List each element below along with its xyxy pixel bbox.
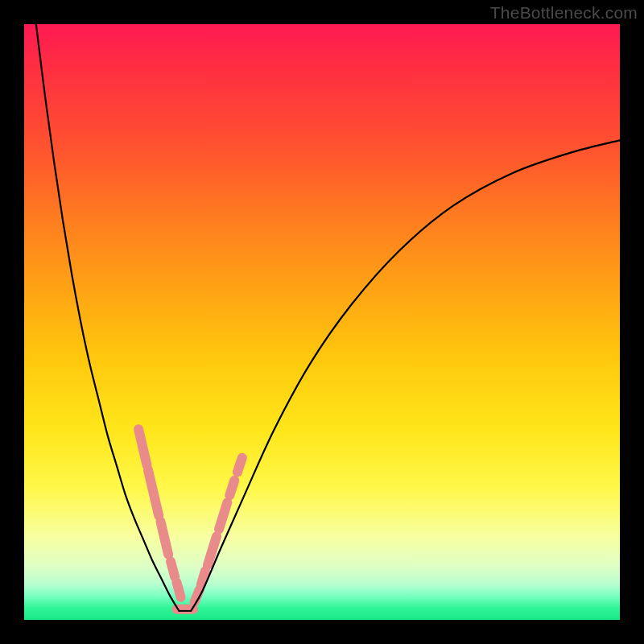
marker-pill: [148, 470, 159, 516]
marker-pill: [237, 458, 242, 473]
watermark-text: TheBottleneck.com: [490, 3, 638, 23]
marker-pill: [201, 571, 205, 584]
chart-svg: [24, 24, 620, 620]
marker-pill: [138, 429, 147, 464]
marker-pill: [219, 502, 227, 529]
marker-pill: [160, 522, 168, 555]
curve-right-branch: [191, 140, 620, 611]
markers-layer: [138, 429, 242, 609]
chart-frame: TheBottleneck.com: [0, 0, 644, 644]
marker-pill: [229, 481, 234, 496]
plot-area: [24, 24, 620, 620]
curves-layer: [36, 24, 620, 611]
marker-pill: [171, 561, 175, 576]
marker-pill: [176, 582, 180, 597]
